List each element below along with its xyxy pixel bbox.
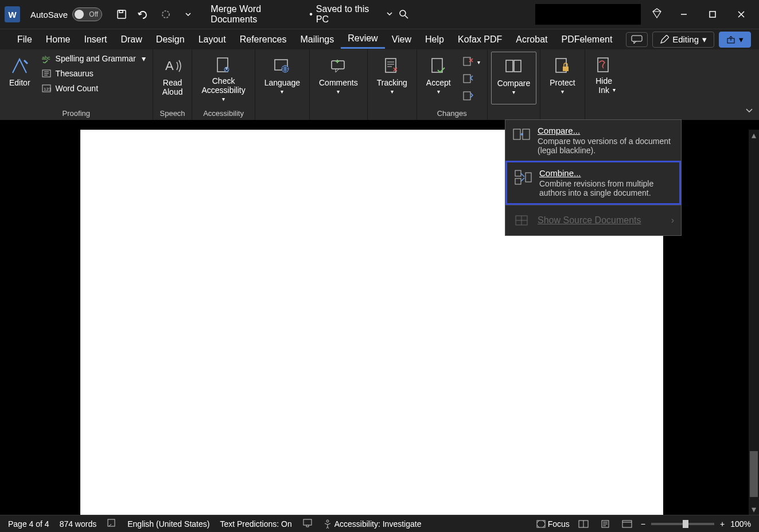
protect-button[interactable]: Protect ▾ (544, 52, 581, 104)
thesaurus-label: Thesaurus (56, 69, 94, 78)
reject-button[interactable]: ▾ (459, 54, 484, 70)
svg-rect-4 (710, 11, 715, 17)
premium-icon[interactable] (651, 7, 663, 21)
comments-pane-button[interactable] (626, 32, 648, 47)
tab-references[interactable]: References (233, 31, 294, 48)
svg-rect-35 (303, 519, 312, 525)
word-count-indicator[interactable]: 874 words (60, 519, 97, 529)
svg-rect-26 (563, 67, 569, 71)
account-area[interactable] (535, 4, 641, 25)
comments-label: Comments (319, 78, 358, 87)
autosave-toggle[interactable]: Off (72, 7, 102, 21)
compare-menu-item[interactable]: Compare... Compare two versions of a doc… (505, 120, 681, 161)
language-indicator[interactable]: English (United States) (127, 519, 209, 529)
display-settings-icon[interactable] (302, 518, 313, 529)
combine-menu-item[interactable]: Combine... Combine revisions from multip… (505, 161, 681, 205)
maximize-button[interactable] (699, 6, 726, 23)
close-button[interactable] (728, 6, 754, 23)
zoom-in-button[interactable]: + (720, 519, 725, 529)
read-aloud-label: Read Aloud (162, 78, 183, 96)
language-label: Language (264, 78, 300, 87)
svg-text:abc: abc (42, 55, 50, 61)
print-layout-button[interactable] (597, 518, 613, 530)
accessibility-status[interactable]: Accessibility: Investigate (323, 519, 422, 529)
minimize-button[interactable] (671, 6, 697, 23)
tab-kofax[interactable]: Kofax PDF (451, 31, 509, 48)
editing-mode-button[interactable]: Editing ▾ (652, 32, 714, 48)
scroll-up-icon[interactable]: ▴ (749, 130, 759, 141)
tab-help[interactable]: Help (418, 31, 451, 48)
text-predictions-indicator[interactable]: Text Predictions: On (220, 519, 291, 529)
group-comments-spacer (313, 108, 364, 119)
svg-rect-24 (514, 60, 521, 72)
comments-button[interactable]: Comments ▾ (313, 52, 364, 104)
svg-point-3 (400, 10, 406, 16)
share-button[interactable]: ▾ (719, 32, 751, 48)
next-change-button[interactable] (459, 88, 484, 104)
focus-button[interactable]: Focus (536, 519, 570, 529)
tab-mailings[interactable]: Mailings (294, 31, 341, 48)
chevron-down-icon (386, 9, 393, 20)
tab-pdfelement[interactable]: PDFelement (554, 31, 619, 48)
tab-draw[interactable]: Draw (114, 31, 149, 48)
tab-review[interactable]: Review (341, 30, 384, 49)
spelling-label: Spelling and Grammar (56, 54, 136, 63)
previous-icon (462, 73, 474, 85)
word-count-button[interactable]: 123 Word Count (38, 81, 149, 95)
save-button[interactable] (112, 5, 130, 24)
editing-mode-label: Editing (672, 34, 699, 44)
tab-file[interactable]: File (10, 31, 39, 48)
tab-home[interactable]: Home (39, 31, 77, 48)
tab-design[interactable]: Design (149, 31, 192, 48)
tab-view[interactable]: View (385, 31, 418, 48)
check-accessibility-button[interactable]: Check Accessibility ▾ (196, 52, 251, 104)
zoom-out-button[interactable]: − (641, 519, 645, 529)
compare-dropdown: Compare... Compare two versions of a doc… (505, 119, 682, 236)
svg-rect-31 (515, 178, 521, 184)
customize-qat-button[interactable] (180, 5, 197, 24)
scroll-down-icon[interactable]: ▾ (749, 504, 759, 515)
tab-acrobat[interactable]: Acrobat (509, 31, 554, 48)
redo-button[interactable] (157, 5, 175, 24)
search-box[interactable] (393, 6, 531, 23)
read-mode-button[interactable] (575, 518, 591, 530)
title-bar: W AutoSave Off Merge Word Documents • Sa… (0, 0, 759, 29)
language-button[interactable]: Language ▾ (259, 52, 306, 104)
tracking-button[interactable]: Tracking ▾ (371, 52, 413, 104)
zoom-slider-knob[interactable] (683, 520, 688, 528)
ribbon-expand-button[interactable] (745, 106, 753, 117)
comment-icon (631, 35, 643, 44)
zoom-slider[interactable] (651, 523, 714, 525)
web-layout-button[interactable] (619, 518, 635, 530)
editor-button[interactable]: Editor (3, 52, 36, 104)
zoom-level[interactable]: 100% (730, 519, 751, 529)
group-protect: Protect ▾ (540, 49, 585, 120)
document-title[interactable]: Merge Word Documents • Saved to this PC (211, 4, 393, 25)
accept-button[interactable]: Accept ▾ (421, 52, 457, 104)
hide-ink-button[interactable]: Hide Ink ▾ (589, 52, 620, 104)
scrollbar-thumb[interactable] (750, 451, 758, 497)
group-compare-spacer (491, 108, 537, 119)
thesaurus-button[interactable]: Thesaurus (38, 67, 149, 80)
tab-insert[interactable]: Insert (77, 31, 114, 48)
svg-rect-40 (622, 521, 632, 527)
combine-desc: Combine revisions from multiple authors … (539, 179, 672, 197)
spelling-grammar-button[interactable]: abc Spelling and Grammar ▾ (38, 52, 149, 65)
group-protect-spacer (544, 108, 581, 119)
group-proofing-label: Proofing (3, 108, 149, 119)
group-comments: Comments ▾ (310, 49, 368, 120)
vertical-scrollbar[interactable]: ▴ ▾ (749, 130, 759, 515)
chevron-down-icon: ▾ (702, 34, 707, 45)
read-aloud-button[interactable]: A Read Aloud (157, 52, 189, 104)
chevron-down-icon: ▾ (477, 59, 480, 65)
previous-change-button[interactable] (459, 71, 484, 87)
toggle-knob (75, 10, 84, 19)
word-count-icon: 123 (42, 84, 52, 93)
page-indicator[interactable]: Page 4 of 4 (8, 519, 49, 529)
spelling-status-icon[interactable] (107, 518, 117, 529)
undo-button[interactable] (135, 5, 153, 24)
svg-rect-0 (118, 10, 126, 18)
chevron-down-icon: ▾ (512, 89, 515, 95)
compare-button[interactable]: Compare ▾ (491, 52, 537, 104)
tab-layout[interactable]: Layout (192, 31, 233, 48)
